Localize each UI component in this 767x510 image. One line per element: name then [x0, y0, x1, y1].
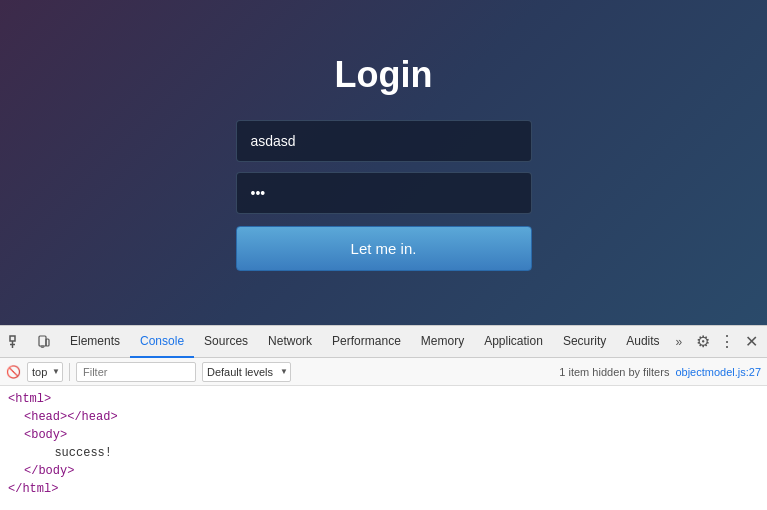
svg-rect-0 [10, 336, 15, 341]
filter-input[interactable] [76, 362, 196, 382]
svg-rect-5 [46, 339, 49, 346]
page-title: Login [335, 54, 433, 96]
tab-memory[interactable]: Memory [411, 326, 474, 358]
level-select[interactable]: Default levels Verbose Info Warnings Err… [202, 362, 291, 382]
code-line: <body> [8, 426, 759, 444]
settings-icon[interactable]: ⚙ [691, 330, 715, 354]
devtools-content: <html> <head></head> <body> success! </b… [0, 386, 767, 510]
tab-performance[interactable]: Performance [322, 326, 411, 358]
inspect-icon[interactable] [4, 330, 28, 354]
level-select-wrapper: Default levels Verbose Info Warnings Err… [202, 362, 291, 382]
context-select[interactable]: top [27, 362, 63, 382]
tab-sources[interactable]: Sources [194, 326, 258, 358]
more-options-icon[interactable]: ⋮ [715, 330, 739, 354]
login-button[interactable]: Let me in. [236, 226, 532, 271]
code-line: <head></head> [8, 408, 759, 426]
filter-divider [69, 363, 70, 381]
svg-rect-4 [41, 346, 44, 348]
code-line: </body> [8, 462, 759, 480]
tab-security[interactable]: Security [553, 326, 616, 358]
app-area: Login Let me in. [0, 0, 767, 325]
filter-status: 1 item hidden by filters [559, 366, 669, 378]
device-icon[interactable] [32, 330, 56, 354]
svg-rect-3 [39, 336, 46, 346]
devtools-panel: Elements Console Sources Network Perform… [0, 325, 767, 510]
close-devtools-icon[interactable]: ✕ [739, 330, 763, 354]
tab-application[interactable]: Application [474, 326, 553, 358]
tab-more[interactable]: » [670, 331, 689, 353]
code-line: success! [8, 444, 759, 462]
objectmodel-link[interactable]: objectmodel.js:27 [675, 366, 761, 378]
tab-elements[interactable]: Elements [60, 326, 130, 358]
code-line: </html> [8, 480, 759, 498]
login-form: Let me in. [236, 120, 532, 271]
tab-console[interactable]: Console [130, 326, 194, 358]
context-select-wrapper: top ▼ [27, 362, 63, 382]
no-entry-icon[interactable]: 🚫 [6, 365, 21, 379]
tab-network[interactable]: Network [258, 326, 322, 358]
devtools-filterbar: 🚫 top ▼ Default levels Verbose Info Warn… [0, 358, 767, 386]
code-line: <html> [8, 390, 759, 408]
devtools-toolbar: Elements Console Sources Network Perform… [0, 326, 767, 358]
username-input[interactable] [236, 120, 532, 162]
password-input[interactable] [236, 172, 532, 214]
tab-audits[interactable]: Audits [616, 326, 669, 358]
